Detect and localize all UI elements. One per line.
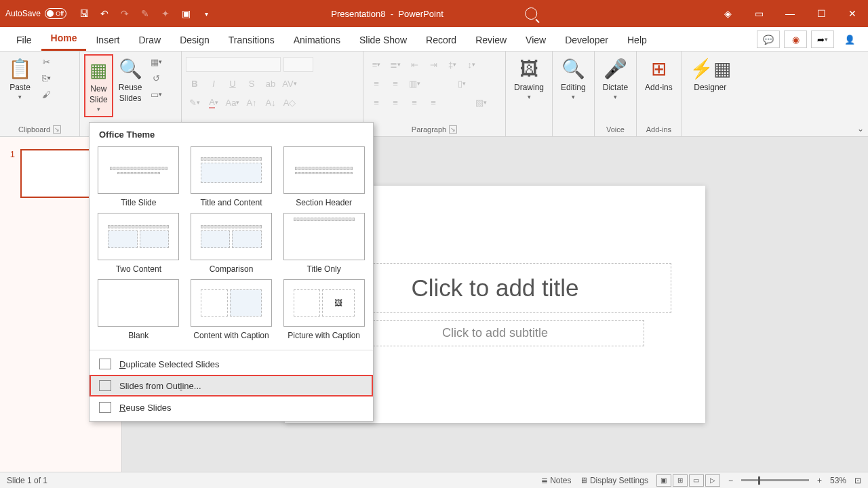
autosave-toggle[interactable]: AutoSave Off <box>5 8 66 19</box>
normal-view-button[interactable]: ▣ <box>656 474 671 487</box>
paste-button[interactable]: 📋 Paste▾ <box>4 54 36 104</box>
align-vert-button[interactable]: ▯▾ <box>453 76 471 91</box>
account-icon[interactable]: 👤 <box>838 30 861 48</box>
text-dir-button[interactable]: ↕▾ <box>462 57 480 72</box>
layout-picture-caption[interactable]: 🖼Picture with Caption <box>281 279 366 340</box>
tab-insert[interactable]: Insert <box>86 29 129 51</box>
linespace-button[interactable]: ‡▾ <box>443 57 461 72</box>
editing-button[interactable]: 🔍Editing▾ <box>557 54 590 104</box>
collapse-ribbon-icon[interactable]: ⌄ <box>857 124 864 134</box>
zoom-in-button[interactable]: + <box>817 476 822 485</box>
layout-section-header[interactable]: Section Header <box>281 146 366 207</box>
reuse-slides-item[interactable]: Reuse Slides <box>90 396 373 418</box>
strike-button[interactable]: S <box>243 76 260 91</box>
designer-button[interactable]: ⚡▦Designer <box>686 54 735 96</box>
copy-button[interactable]: ⎘▾ <box>37 70 55 85</box>
underline-button[interactable]: U <box>224 76 241 91</box>
align-l2[interactable]: ≡ <box>368 95 385 110</box>
clear-format-button[interactable]: A◇ <box>281 95 298 110</box>
layout-title-slide[interactable]: Title Slide <box>96 146 181 207</box>
indent-dec-button[interactable]: ⇤ <box>406 57 423 72</box>
display-settings-button[interactable]: 🖥 Display Settings <box>580 476 648 485</box>
tab-file[interactable]: File <box>7 29 41 51</box>
bold-button[interactable]: B <box>186 76 203 91</box>
close-button[interactable]: ✕ <box>837 0 868 27</box>
subtitle-placeholder[interactable]: Click to add subtitle <box>346 320 644 346</box>
notes-button[interactable]: ≣ Notes <box>541 476 572 485</box>
duplicate-slides-item[interactable]: Duplicate Selected Slides <box>90 353 373 375</box>
clipboard-launcher[interactable]: ↘ <box>53 125 61 134</box>
dictate-button[interactable]: 🎤Dictate▾ <box>599 54 632 104</box>
zoom-out-button[interactable]: − <box>728 476 733 485</box>
reset-button[interactable]: ↺ <box>148 70 165 85</box>
drawing-button[interactable]: 🖼Drawing▾ <box>510 54 548 104</box>
touch-icon[interactable]: ✦ <box>156 4 175 23</box>
tab-animations[interactable]: Animations <box>284 29 350 51</box>
tab-review[interactable]: Review <box>466 29 516 51</box>
ribbon-mode-icon[interactable]: ▭ <box>743 0 774 27</box>
tab-record[interactable]: Record <box>416 29 466 51</box>
smartart-button[interactable]: ▧▾ <box>472 95 490 110</box>
tab-view[interactable]: View <box>516 29 555 51</box>
shadow-button[interactable]: ab <box>262 76 279 91</box>
tab-help[interactable]: Help <box>618 29 656 51</box>
ink-icon[interactable]: ✎ <box>136 4 155 23</box>
comments-button[interactable]: 💬 <box>757 30 780 48</box>
layout-button[interactable]: ▦▾ <box>148 54 165 69</box>
tab-draw[interactable]: Draw <box>129 29 170 51</box>
grow-font-button[interactable]: A↑ <box>243 95 260 110</box>
bullets-button[interactable]: ≡▾ <box>368 57 385 72</box>
layout-title-content[interactable]: Title and Content <box>189 146 274 207</box>
tab-transitions[interactable]: Transitions <box>219 29 284 51</box>
sorter-view-button[interactable]: ⊞ <box>673 474 688 487</box>
qat-more-icon[interactable]: ▾ <box>197 4 216 23</box>
camera-button[interactable]: ◉ <box>784 30 807 48</box>
maximize-button[interactable]: ☐ <box>806 0 837 27</box>
paragraph-launcher[interactable]: ↘ <box>449 125 457 134</box>
font-size-box[interactable] <box>283 57 313 72</box>
zoom-level[interactable]: 53% <box>830 476 846 485</box>
columns-button[interactable]: ▥▾ <box>406 76 423 91</box>
align-r2[interactable]: ≡ <box>406 95 423 110</box>
fit-to-window-button[interactable]: ⊡ <box>854 476 861 485</box>
layout-comparison[interactable]: Comparison <box>189 213 274 274</box>
font-color-button[interactable]: A▾ <box>205 95 222 110</box>
tab-slideshow[interactable]: Slide Show <box>350 29 416 51</box>
minimize-button[interactable]: — <box>774 0 806 27</box>
cut-button[interactable]: ✂ <box>37 54 55 69</box>
reading-view-button[interactable]: ▭ <box>689 474 704 487</box>
indent-inc-button[interactable]: ⇥ <box>425 57 442 72</box>
layout-blank[interactable]: Blank <box>96 279 181 340</box>
font-family-box[interactable] <box>186 57 281 72</box>
present-icon[interactable]: ▣ <box>176 4 195 23</box>
diamond-icon[interactable]: ◈ <box>712 0 743 27</box>
save-icon[interactable]: 🖫 <box>75 4 94 23</box>
layout-two-content[interactable]: Two Content <box>96 213 181 274</box>
shrink-font-button[interactable]: A↓ <box>262 95 279 110</box>
search-icon[interactable] <box>525 7 537 20</box>
layout-content-caption[interactable]: Content with Caption <box>189 279 274 340</box>
layout-title-only[interactable]: Title Only <box>281 213 366 274</box>
align-left-button[interactable]: ≡ <box>368 76 385 91</box>
reuse-slides-button[interactable]: 🔍 Reuse Slides <box>115 54 146 107</box>
align-center-button[interactable]: ≡ <box>387 76 404 91</box>
tab-developer[interactable]: Developer <box>555 29 618 51</box>
align-c2[interactable]: ≡ <box>387 95 404 110</box>
spacing-button[interactable]: AV▾ <box>281 76 298 91</box>
new-slide-button[interactable]: ▦ New Slide ▾ <box>84 54 113 117</box>
slides-from-outline-item[interactable]: Slides from Outline... <box>90 375 373 396</box>
tab-home[interactable]: Home <box>41 27 87 51</box>
share-button[interactable]: ➦▾ <box>811 30 834 48</box>
align-j2[interactable]: ≡ <box>425 95 442 110</box>
highlight-button[interactable]: ✎▾ <box>186 95 203 110</box>
format-painter-button[interactable]: 🖌 <box>37 87 55 102</box>
section-button[interactable]: ▭▾ <box>148 87 165 102</box>
addins-button[interactable]: ⊞Add-ins <box>641 54 677 96</box>
italic-button[interactable]: I <box>205 76 222 91</box>
tab-design[interactable]: Design <box>170 29 219 51</box>
numbering-button[interactable]: ≣▾ <box>387 57 404 72</box>
redo-icon[interactable]: ↷ <box>115 4 134 23</box>
case-button[interactable]: Aa▾ <box>224 95 241 110</box>
zoom-slider[interactable] <box>741 479 809 481</box>
toggle-switch[interactable]: Off <box>45 8 66 19</box>
